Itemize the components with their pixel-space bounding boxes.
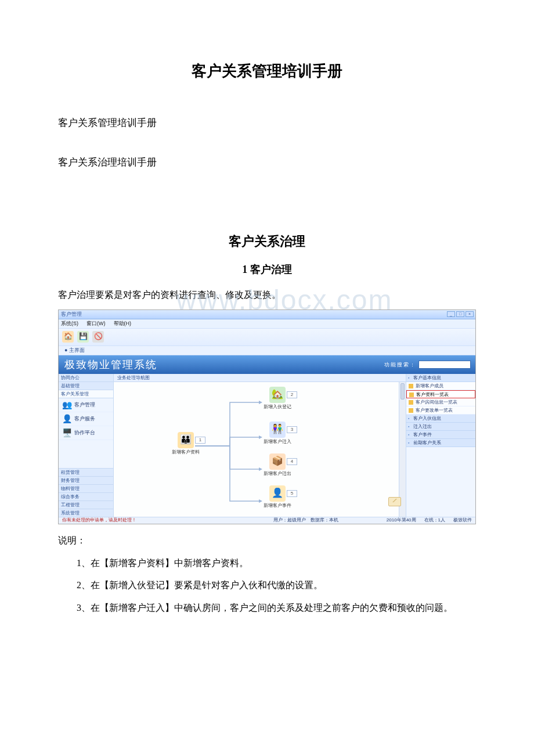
right-hdr-basic[interactable]: 客户基本信息 <box>406 374 475 382</box>
node-label-root: 新增客户资料 <box>172 448 200 456</box>
right-label-1: 新增客户成员 <box>416 383 443 388</box>
tag-2: 2 <box>287 391 297 398</box>
sidebar-hdr-base[interactable]: 基础管理 <box>59 382 113 390</box>
node-event[interactable]: 👤 新增客户事件 <box>264 485 291 510</box>
node-label-3: 新增客户迁入 <box>264 438 291 446</box>
menu-bar: 系统(S) 窗口(W) 帮助(H) <box>59 319 475 329</box>
sidebar-general[interactable]: 综合事务 <box>59 492 113 501</box>
node-movein[interactable]: 👫 新增客户迁入 <box>264 422 291 446</box>
right-label-3: 客户房间信息一览表 <box>416 399 457 405</box>
toolbar: 🏠 💾 🚫 <box>59 329 475 346</box>
sidebar-hdr-coop[interactable]: 协同办公 <box>59 374 113 382</box>
bell-icon: 👤 <box>269 485 286 502</box>
menu-help[interactable]: 帮助(H) <box>114 319 132 328</box>
svg-marker-0 <box>259 401 262 404</box>
document-title: 客户关系管理培训手册 <box>58 58 476 85</box>
svg-marker-2 <box>259 467 262 471</box>
right-item-change-list[interactable]: 客户更改单一览表 <box>406 406 475 415</box>
svg-marker-3 <box>259 499 262 503</box>
node-new-customer[interactable]: 👪 新增客户资料 <box>172 432 200 456</box>
people-icon: 👥 <box>62 398 72 412</box>
section-title: 客户关系治理 <box>58 230 476 253</box>
scrollbar[interactable] <box>399 382 406 517</box>
flow-lines <box>114 382 406 517</box>
app-screenshot: 客户管理 _ □ × 系统(S) 窗口(W) 帮助(H) 🏠 💾 🚫 ● 主界面… <box>58 309 476 524</box>
sidebar-label-customer: 客户管理 <box>74 400 95 409</box>
close-button[interactable]: × <box>466 311 474 317</box>
doc-icon <box>409 408 413 413</box>
explain-2: 2、在【新增入伙登记】要紧是针对客户入伙和代缴的设置。 <box>58 577 476 594</box>
tab-main[interactable]: ● 主界面 <box>61 345 88 355</box>
node-label-2: 新增入伙登记 <box>264 403 291 411</box>
sidebar-material[interactable]: 物料管理 <box>59 484 113 492</box>
sidebar-hdr-crm[interactable]: 客户关系管理 <box>59 390 113 398</box>
doc-icon <box>409 400 413 405</box>
sidebar-engineering[interactable]: 工程管理 <box>59 501 113 509</box>
minimize-button[interactable]: _ <box>447 311 455 317</box>
center-header: 业务处理导航图 <box>114 374 406 382</box>
sidebar-system[interactable]: 系统管理 <box>59 509 113 517</box>
person-icon: 👤 <box>62 412 72 426</box>
right-item-customer-list[interactable]: 客户资料一览表 <box>406 390 475 398</box>
explain-3: 3、在【新增客户迁入】中确认房间，客户之间的关系及处理之前客户的欠费和预收的问题… <box>58 600 476 617</box>
center-canvas: 业务处理导航图 👪 新增客户资料 1 🏡 新增入伙登记 2 <box>114 374 406 517</box>
right-item-add-member[interactable]: 新增客户成员 <box>406 382 475 390</box>
tab-bar: ● 主界面 <box>59 346 475 355</box>
tag-5: 5 <box>287 490 297 497</box>
sidebar-label-service: 客户服务 <box>74 414 95 423</box>
node-label-4: 新增客户迁出 <box>264 470 291 478</box>
right-item-room-list[interactable]: 客户房间信息一览表 <box>406 398 475 406</box>
menu-system[interactable]: 系统(S) <box>61 319 78 328</box>
explain-1: 1、在【新增客户资料】中新增客户资料。 <box>58 555 476 572</box>
status-online: 在线：1人 <box>424 516 445 524</box>
intro-text: 客户治理要紧是对客户的资料进行查询、修改及更换。 <box>58 287 476 304</box>
exit-icon[interactable]: 🚫 <box>92 331 104 343</box>
right-panel: 客户基本信息 新增客户成员 客户资料一览表 客户房间信息一览表 客户更改单一览表… <box>406 374 475 517</box>
scrollbar-thumb[interactable] <box>400 383 405 399</box>
people-group-icon: 👪 <box>178 432 194 448</box>
tag-1: 1 <box>195 437 205 444</box>
mail-icon[interactable] <box>388 497 401 506</box>
explain-label: 说明： <box>58 532 476 549</box>
home-icon[interactable]: 🏠 <box>62 331 74 343</box>
search-input[interactable] <box>418 361 471 369</box>
app-banner: 极致物业管理系统 www.bdocx.com 功能搜索： <box>59 355 475 374</box>
people-pair-icon: 👫 <box>269 422 286 438</box>
sidebar-item-customer[interactable]: 👥 客户管理 <box>59 398 113 412</box>
paragraph-1: 客户关系管理培训手册 <box>58 114 476 132</box>
status-user: 用户：超级用户 数据库：本机 <box>273 516 338 524</box>
maximize-button[interactable]: □ <box>456 311 464 317</box>
svg-marker-1 <box>259 435 262 439</box>
node-checkin[interactable]: 🏡 新增入伙登记 <box>264 387 291 411</box>
status-bar: 你有未处理的申请单，请及时处理！ 用户：超级用户 数据库：本机 2010年第40… <box>59 517 475 524</box>
status-brand: 极致软件 <box>453 516 472 524</box>
paragraph-2: 客户关系治理培训手册 <box>58 154 476 172</box>
house-icon: 🏡 <box>269 387 286 403</box>
sidebar-rent[interactable]: 租赁管理 <box>59 468 113 476</box>
node-label-5: 新增客户事件 <box>264 502 291 510</box>
window-title: 客户管理 <box>61 309 82 319</box>
status-alert: 你有未处理的申请单，请及时处理！ <box>62 516 136 524</box>
tag-4: 4 <box>287 458 297 465</box>
right-hdr-early[interactable]: 前期客户关系 <box>406 439 475 447</box>
sidebar-label-coop: 协作平台 <box>74 428 95 437</box>
monitor-icon: 🖥️ <box>62 426 72 440</box>
box-icon: 📦 <box>269 453 286 470</box>
doc-icon <box>409 384 413 388</box>
app-title: 极致物业管理系统 <box>64 355 157 374</box>
subsection-title: 1 客户治理 <box>58 260 476 279</box>
search-label: 功能搜索： <box>384 360 416 369</box>
right-hdr-event[interactable]: 客户事件 <box>406 431 475 439</box>
doc-icon <box>409 393 414 397</box>
sidebar-item-service[interactable]: 👤 客户服务 <box>59 412 113 426</box>
sidebar-item-coop[interactable]: 🖥️ 协作平台 <box>59 426 113 440</box>
node-moveout[interactable]: 📦 新增客户迁出 <box>264 453 291 478</box>
right-hdr-checkin[interactable]: 客户入伙信息 <box>406 415 475 423</box>
right-label-2: 客户资料一览表 <box>416 392 449 397</box>
sidebar-finance[interactable]: 财务管理 <box>59 476 113 484</box>
tag-3: 3 <box>287 426 297 433</box>
right-hdr-move[interactable]: 迁入迁出 <box>406 423 475 431</box>
menu-window[interactable]: 窗口(W) <box>86 319 106 328</box>
save-icon[interactable]: 💾 <box>77 331 89 343</box>
window-titlebar: 客户管理 _ □ × <box>59 310 475 319</box>
